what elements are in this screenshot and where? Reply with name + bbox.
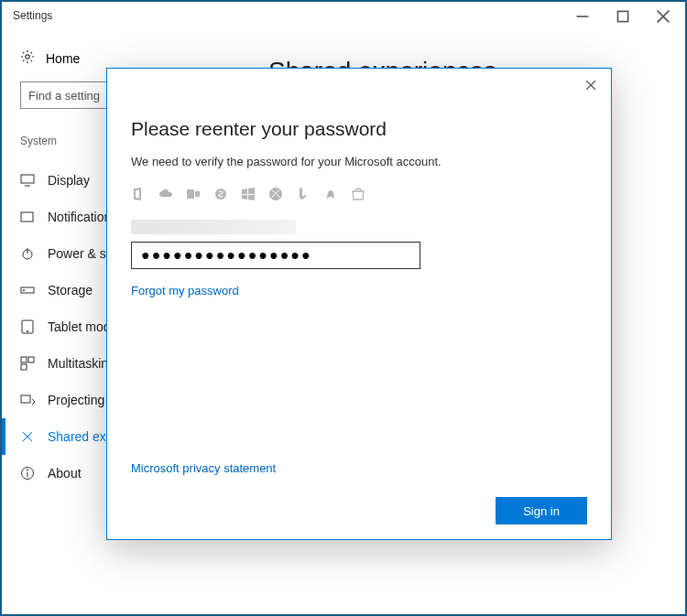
windows-icon bbox=[241, 187, 256, 201]
window-title: Settings bbox=[13, 9, 52, 22]
svg-rect-1 bbox=[617, 11, 627, 21]
svg-point-26 bbox=[269, 188, 282, 200]
svg-rect-14 bbox=[21, 357, 27, 362]
nav-label: Storage bbox=[48, 283, 93, 297]
password-value: ●●●●●●●●●●●●●●●● bbox=[141, 247, 312, 264]
nav-label: About bbox=[48, 466, 82, 481]
minimize-button[interactable] bbox=[562, 4, 603, 29]
home-label: Home bbox=[46, 51, 80, 66]
maximize-button[interactable] bbox=[603, 4, 643, 29]
gear-icon bbox=[20, 49, 35, 67]
password-modal: Please reenter your password We need to … bbox=[106, 68, 612, 540]
modal-close-button[interactable] bbox=[572, 70, 609, 100]
svg-point-11 bbox=[23, 289, 24, 290]
info-icon bbox=[20, 466, 35, 481]
svg-rect-5 bbox=[21, 175, 34, 183]
tablet-icon bbox=[20, 319, 35, 334]
svg-rect-17 bbox=[21, 395, 30, 403]
home-row[interactable]: Home bbox=[20, 49, 208, 67]
projecting-icon bbox=[20, 393, 35, 407]
store-icon bbox=[351, 187, 365, 201]
multitasking-icon bbox=[20, 356, 35, 371]
privacy-link[interactable]: Microsoft privacy statement bbox=[131, 461, 587, 475]
close-button[interactable] bbox=[643, 4, 683, 29]
svg-rect-7 bbox=[21, 212, 33, 222]
modal-body: Please reenter your password We need to … bbox=[107, 69, 611, 539]
nav-label: Display bbox=[48, 173, 90, 188]
svg-rect-15 bbox=[28, 357, 34, 362]
email-redacted bbox=[131, 220, 296, 234]
forgot-password-link[interactable]: Forgot my password bbox=[131, 284, 587, 297]
svg-rect-24 bbox=[195, 191, 200, 197]
onedrive-icon bbox=[158, 187, 173, 201]
search-placeholder: Find a setting bbox=[28, 89, 100, 103]
bing-icon bbox=[296, 187, 311, 201]
outlook-icon bbox=[186, 187, 201, 201]
svg-rect-16 bbox=[21, 364, 27, 370]
nav-label: Shared exp bbox=[48, 429, 114, 444]
service-icons bbox=[131, 185, 587, 203]
modal-footer: Microsoft privacy statement Sign in bbox=[131, 461, 587, 524]
svg-point-13 bbox=[27, 330, 27, 331]
msn-icon bbox=[323, 187, 338, 201]
window-controls bbox=[562, 4, 683, 29]
storage-icon bbox=[20, 283, 35, 297]
svg-point-20 bbox=[27, 470, 27, 470]
password-input[interactable]: ●●●●●●●●●●●●●●●● bbox=[131, 242, 420, 269]
nav-label: Tablet mod bbox=[48, 319, 110, 334]
monitor-icon bbox=[20, 173, 35, 188]
notifications-icon bbox=[20, 210, 35, 224]
svg-rect-23 bbox=[187, 189, 194, 199]
xbox-icon bbox=[268, 187, 283, 201]
shared-icon bbox=[20, 429, 35, 444]
svg-point-4 bbox=[26, 55, 29, 59]
signin-button[interactable]: Sign in bbox=[496, 497, 587, 524]
power-icon bbox=[20, 246, 35, 261]
modal-title: Please reenter your password bbox=[131, 118, 587, 140]
nav-label: Multitaskin bbox=[48, 356, 108, 371]
modal-subtext: We need to verify the password for your … bbox=[131, 155, 587, 168]
office-icon bbox=[131, 187, 146, 201]
skype-icon bbox=[213, 187, 228, 201]
nav-label: Projecting t bbox=[48, 393, 112, 407]
